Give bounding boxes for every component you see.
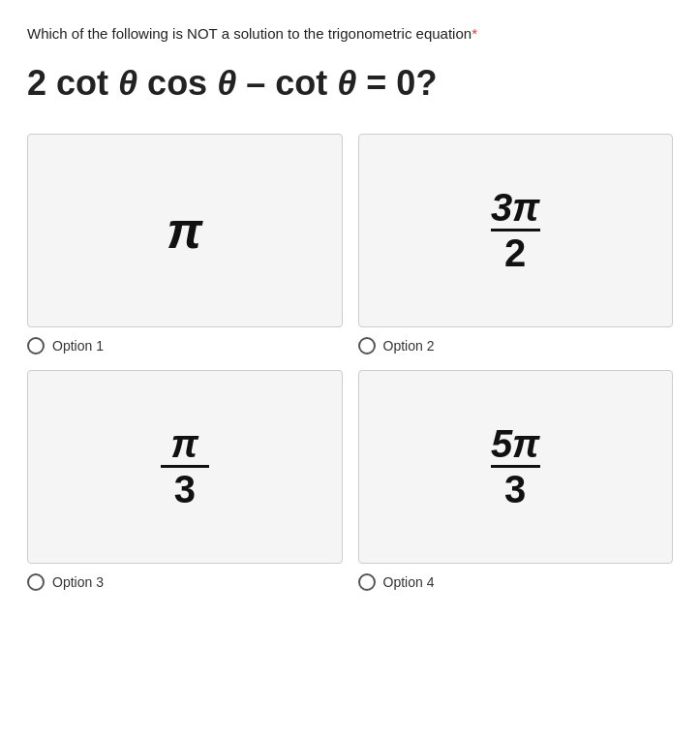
option-2-wrapper: 3π 2 Option 2 (358, 134, 674, 355)
option-2-numerator: 3π (491, 188, 540, 227)
option-2-radio[interactable] (358, 337, 376, 355)
option-4-numerator: 5π (491, 424, 540, 463)
option-4-label-row[interactable]: Option 4 (358, 573, 435, 591)
option-4-box[interactable]: 5π 3 (358, 370, 674, 564)
option-3-numerator: π (171, 424, 198, 463)
option-3-label: Option 3 (52, 574, 104, 590)
option-3-denominator: 3 (174, 470, 196, 509)
question-text: Which of the following is NOT a solution… (27, 23, 673, 44)
option-2-box[interactable]: 3π 2 (358, 134, 674, 327)
option-3-fraction: π 3 (161, 424, 209, 509)
option-1-value: π (167, 201, 202, 260)
option-4-fraction: 5π 3 (491, 424, 540, 509)
option-2-denominator: 2 (504, 233, 526, 272)
option-1-radio[interactable] (27, 337, 45, 355)
option-4-radio[interactable] (358, 573, 376, 591)
equation: 2 cot θ cos θ – cot θ = 0? (27, 61, 673, 107)
options-grid: π Option 1 3π 2 Option 2 π 3 (27, 134, 673, 591)
option-3-wrapper: π 3 Option 3 (27, 370, 343, 591)
option-2-label: Option 2 (383, 338, 435, 354)
option-3-label-row[interactable]: Option 3 (27, 573, 104, 591)
option-1-label: Option 1 (52, 338, 104, 354)
option-1-box[interactable]: π (27, 134, 343, 327)
option-2-label-row[interactable]: Option 2 (358, 337, 435, 355)
question-body: Which of the following is NOT a solution… (27, 25, 472, 42)
option-3-box[interactable]: π 3 (27, 370, 343, 564)
option-4-denominator: 3 (504, 470, 526, 509)
option-3-radio[interactable] (27, 573, 45, 591)
option-1-wrapper: π Option 1 (27, 134, 343, 355)
option-4-wrapper: 5π 3 Option 4 (358, 370, 674, 591)
option-4-label: Option 4 (383, 574, 435, 590)
option-2-fraction: 3π 2 (491, 188, 540, 272)
required-star: * (472, 25, 477, 42)
option-1-label-row[interactable]: Option 1 (27, 337, 104, 355)
